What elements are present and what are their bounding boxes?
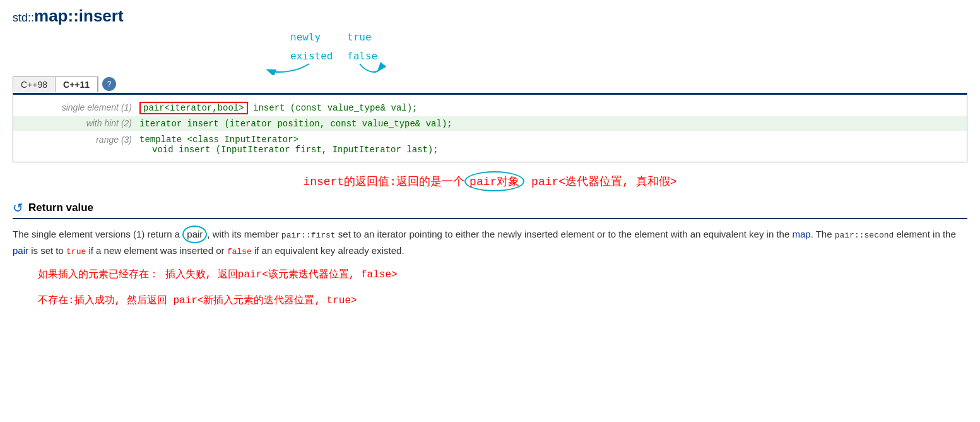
pair-link[interactable]: pair <box>13 245 28 256</box>
body-part2: , with its member <box>207 229 281 239</box>
body-part5: element in the <box>894 229 955 239</box>
label-true: true <box>347 31 372 43</box>
annotation-after: pair<迭代器位置, 真和假> <box>524 176 676 188</box>
body-part6: is set to <box>28 245 66 256</box>
label-existed: existed <box>290 50 333 62</box>
code-pair-first: pair::first <box>281 231 336 240</box>
code-content-range: template <class InputIterator> void inse… <box>139 135 439 155</box>
code-template-line: template <class InputIterator> <box>139 135 439 145</box>
body-part4: . The <box>811 229 835 239</box>
code-row-single: single element (1) pair<iterator,bool> i… <box>13 100 967 116</box>
title-main: map::insert <box>34 6 124 25</box>
body-part3: set to an iterator pointing to either th… <box>336 229 793 239</box>
chinese-annotation-2: 不存在:插入成功, 然后返回 pair<新插入元素的迭代器位置, true> <box>13 294 967 307</box>
code-void-line: void insert (InputIterator first, InputI… <box>139 145 439 155</box>
label-false: false <box>347 50 377 62</box>
tabs-container: C++98 C++11 <box>13 76 98 92</box>
body-text: The single element versions (1) return a… <box>13 226 967 259</box>
tab-help-button[interactable]: ? <box>102 77 116 91</box>
annotation-before-circle: insert的返回值:返回的是一个 <box>303 176 464 188</box>
code-label-hint: with hint (2) <box>13 118 139 128</box>
code-pair-second: pair::second <box>835 231 894 240</box>
body-part1: The single element versions (1) return a <box>13 229 182 239</box>
return-type-box: pair<iterator,bool> <box>139 102 248 114</box>
tabs-row: C++98 C++11 ? <box>13 75 967 93</box>
code-box: single element (1) pair<iterator,bool> i… <box>13 93 967 162</box>
body-part8: if an equivalent key already existed. <box>252 245 404 256</box>
false-value: false <box>227 247 252 256</box>
code-row-range: range (3) template <class InputIterator>… <box>13 131 967 157</box>
code-label-single: single element (1) <box>13 102 139 112</box>
annotation-middle: insert的返回值:返回的是一个pair对象 pair<迭代器位置, 真和假> <box>13 171 967 191</box>
code-text-single: insert (const value_type& val); <box>253 103 417 113</box>
page-title: std::map::insert <box>13 6 967 26</box>
pair-circle-annotation: pair对象 <box>464 171 524 191</box>
tab-cpp11[interactable]: C++11 <box>56 77 98 92</box>
pair-circle-inline: pair <box>182 226 207 243</box>
code-content-hint: iterator insert (iterator position, cons… <box>139 119 967 129</box>
return-icon: ↺ <box>13 200 23 215</box>
section-title: Return value <box>28 202 93 214</box>
body-part7: if a new element was inserted or <box>86 245 227 256</box>
code-content-single: pair<iterator,bool> insert (const value_… <box>139 102 967 114</box>
chinese-annotation-1: 如果插入的元素已经存在： 插入失败, 返回pair<该元素迭代器位置, fals… <box>13 268 967 281</box>
true-value: true <box>66 247 86 256</box>
label-newly: newly <box>290 31 321 43</box>
title-prefix: std:: <box>13 11 34 24</box>
code-row-hint: with hint (2) iterator insert (iterator … <box>13 116 967 131</box>
tab-cpp98[interactable]: C++98 <box>13 77 56 92</box>
map-link[interactable]: map <box>792 229 810 239</box>
section-header: ↺ Return value <box>13 200 967 219</box>
top-annotation: newly true existed false <box>265 31 967 75</box>
code-label-range: range (3) <box>13 135 139 145</box>
